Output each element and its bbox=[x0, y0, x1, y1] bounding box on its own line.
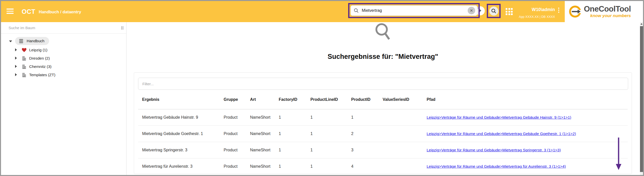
annotation-box-search-input bbox=[348, 3, 480, 18]
cell-gruppe: Product bbox=[224, 164, 250, 169]
selected-tree-node[interactable]: Handbuch bbox=[15, 37, 49, 45]
tree-item-handbuch[interactable]: Handbuch bbox=[1, 36, 126, 46]
cell-gruppe: Product bbox=[224, 148, 250, 152]
cell-productlineid: 1 bbox=[310, 131, 351, 136]
user-menu[interactable]: W10\admin bbox=[502, 7, 555, 12]
tree-item-templates[interactable]: Templates (ZT) bbox=[1, 71, 126, 79]
result-path-link[interactable]: Leipzig>Verträge für Räume und Gebäude>M… bbox=[427, 115, 628, 120]
tree-search-input[interactable] bbox=[1, 22, 107, 33]
cell-productid: 2 bbox=[351, 131, 383, 136]
app-window: OCT Handbuch / dataentry bbox=[0, 0, 644, 176]
cell-factoryid: 1 bbox=[279, 164, 310, 169]
chevron-down-icon[interactable] bbox=[9, 40, 12, 42]
sidebar-resize-handle[interactable]: || bbox=[121, 25, 124, 30]
cell-art: NameShort bbox=[250, 115, 279, 120]
annotation-arrow bbox=[614, 137, 623, 171]
tree-item-label: Leipzig (1) bbox=[29, 48, 47, 52]
column-header: Gruppe bbox=[224, 97, 250, 102]
building-icon bbox=[21, 64, 27, 69]
building-icon bbox=[21, 72, 27, 77]
app-title: OCT bbox=[22, 1, 35, 22]
table-header-row: Ergebnis Gruppe Art FactoryID ProductLin… bbox=[138, 90, 628, 109]
tree-item-label: Templates (ZT) bbox=[29, 73, 55, 77]
menu-icon[interactable] bbox=[7, 9, 14, 14]
table-row: Mietvertrag Gebäude Hainstr. 9 Product N… bbox=[138, 109, 628, 126]
app-version-label: App XXXX.XX | DB XXXX bbox=[494, 15, 555, 19]
topbar-search-box[interactable] bbox=[350, 5, 477, 16]
table-row: Mietvertrag Springerstr. 3 Product NameS… bbox=[138, 142, 628, 158]
cell-productid: 4 bbox=[351, 164, 383, 169]
column-header: ValueSeriesID bbox=[383, 97, 427, 102]
cell-art: NameShort bbox=[250, 164, 279, 169]
search-button[interactable] bbox=[489, 7, 498, 16]
cell-productlineid: 1 bbox=[310, 164, 351, 169]
column-header: FactoryID bbox=[279, 97, 310, 102]
cell-productlineid: 1 bbox=[310, 148, 351, 152]
search-results-icon bbox=[375, 23, 391, 44]
cell-art: NameShort bbox=[250, 148, 279, 152]
cell-ergebnis: Mietvertrag für Aurelienstr. 3 bbox=[138, 164, 224, 169]
cell-art: NameShort bbox=[250, 131, 279, 136]
search-input[interactable] bbox=[361, 8, 468, 13]
scroll-up-icon[interactable] bbox=[640, 23, 642, 25]
result-path-link[interactable]: Leipzig>Verträge für Räume und Gebäude>M… bbox=[427, 131, 628, 136]
results-card: Ergebnis Gruppe Art FactoryID ProductLin… bbox=[134, 72, 632, 174]
results-heading: Suchergebnisse für: "Mietvertrag" bbox=[328, 53, 438, 61]
topbar: OCT Handbuch / dataentry bbox=[1, 1, 643, 22]
search-icon bbox=[491, 8, 497, 14]
table-row: Mietvertrag Gebäude Goethestr. 1 Product… bbox=[138, 126, 628, 142]
vertical-scrollbar[interactable] bbox=[640, 22, 643, 175]
chevron-right-icon[interactable] bbox=[15, 73, 17, 76]
column-header: Ergebnis bbox=[138, 97, 224, 102]
search-icon bbox=[354, 8, 359, 13]
result-path-link[interactable]: Leipzig>Verträge für Räume und Gebäude>M… bbox=[427, 148, 628, 152]
database-icon bbox=[18, 38, 24, 44]
column-header: Art bbox=[250, 97, 279, 102]
cell-productid: 1 bbox=[351, 115, 383, 120]
logo-name: OneCoolTool bbox=[584, 5, 631, 13]
chevron-right-icon[interactable] bbox=[15, 65, 17, 68]
filter-input[interactable] bbox=[138, 78, 628, 90]
heart-icon bbox=[21, 48, 27, 52]
cell-ergebnis: Mietvertrag Gebäude Goethestr. 1 bbox=[138, 131, 224, 136]
logo-mark-icon bbox=[568, 5, 582, 18]
result-path-link[interactable]: Leipzig>Verträge für Räume und Gebäude>M… bbox=[427, 164, 628, 169]
cell-factoryid: 1 bbox=[279, 115, 310, 120]
column-header: ProductLineID bbox=[310, 97, 351, 102]
building-icon bbox=[21, 56, 27, 61]
annotation-box-search-button bbox=[487, 4, 501, 18]
cell-factoryid: 1 bbox=[279, 148, 310, 152]
column-header: Pfad bbox=[427, 97, 628, 102]
column-header: ProductID bbox=[351, 97, 383, 102]
cell-productlineid: 1 bbox=[310, 115, 351, 120]
tree-item-chemnitz[interactable]: Chemnitz (3) bbox=[1, 62, 126, 71]
logo-tagline: know your numbers bbox=[584, 13, 631, 18]
breadcrumb: Handbuch / dataentry bbox=[39, 1, 81, 22]
cell-gruppe: Product bbox=[224, 115, 250, 120]
tree-item-leipzig[interactable]: Leipzig (1) bbox=[1, 46, 126, 54]
cell-gruppe: Product bbox=[224, 131, 250, 136]
main-content: Suchergebnisse für: "Mietvertrag" Ergebn… bbox=[127, 22, 643, 175]
cell-ergebnis: Mietvertrag Gebäude Hainstr. 9 bbox=[138, 115, 224, 120]
chevron-right-icon[interactable] bbox=[15, 48, 17, 51]
chevron-right-icon[interactable] bbox=[15, 57, 17, 60]
tree-item-label: Handbuch bbox=[27, 39, 45, 43]
navigation-tree: Handbuch Leipzig (1) bbox=[1, 36, 126, 79]
logo: OneCoolTool know your numbers bbox=[565, 1, 643, 22]
cell-ergebnis: Mietvertrag Springerstr. 3 bbox=[138, 148, 224, 152]
cell-productid: 3 bbox=[351, 148, 383, 152]
tree-item-dresden[interactable]: Dresden (2) bbox=[1, 54, 126, 62]
scrollbar-thumb[interactable] bbox=[640, 26, 643, 172]
tree-item-label: Chemnitz (3) bbox=[29, 64, 52, 69]
clear-search-icon[interactable] bbox=[468, 7, 475, 14]
tree-item-label: Dresden (2) bbox=[29, 56, 50, 61]
cell-factoryid: 1 bbox=[279, 131, 310, 136]
kebab-menu-icon[interactable] bbox=[557, 8, 560, 14]
table-row: Mietvertrag für Aurelienstr. 3 Product N… bbox=[138, 158, 628, 174]
sidebar: || Handbuch bbox=[1, 22, 127, 175]
